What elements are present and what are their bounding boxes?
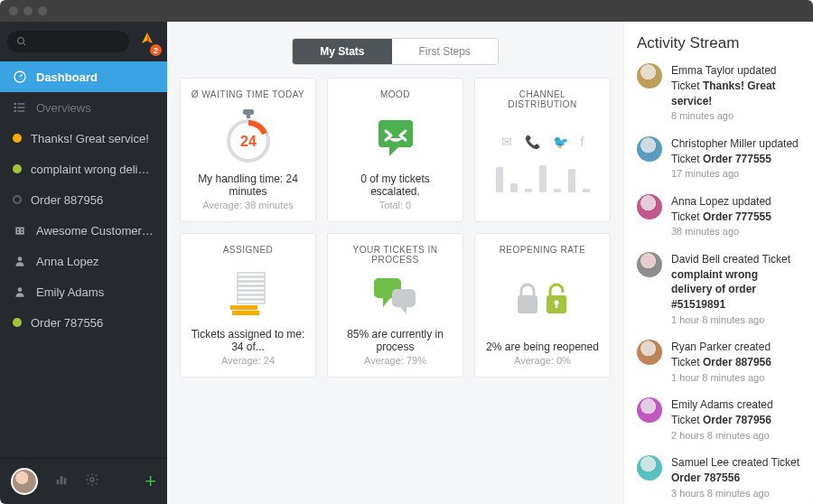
card-sub: Average: 24 [221,355,275,366]
bar [554,189,561,192]
tab-bar: My Stats First Steps [167,22,623,78]
card-assigned: ASSIGNED Tickets assigned to me: 34 of..… [180,233,316,378]
bar [568,169,575,192]
add-button[interactable]: + [145,470,156,493]
card-title: Ø WAITING TIME TODAY [192,89,305,99]
svg-rect-27 [238,277,265,281]
lock-icon [514,279,572,319]
svg-rect-36 [392,289,416,307]
bar [496,167,503,192]
traffic-light-min[interactable] [23,6,33,15]
mail-icon: ✉ [501,135,512,149]
sidebar-item-label: complaint wrong delivery of ord... [31,163,154,176]
sidebar-item-label: Thanks! Great service! [31,132,149,145]
activity-item[interactable]: Emily Adams created Ticket Order 7879562… [637,397,800,443]
main-content: My Stats First Steps Ø WAITING TIME TODA… [167,22,623,504]
search-input[interactable] [7,31,129,52]
stats-icon[interactable] [54,472,69,491]
nav-overviews[interactable]: Overviews [0,92,167,123]
sidebar-item[interactable]: Anna Lopez [0,246,167,276]
sidebar-item[interactable]: Emily Adams [0,276,167,307]
svg-rect-18 [64,478,67,484]
svg-text:24: 24 [240,134,257,149]
traffic-light-close[interactable] [9,6,18,15]
mood-icon [373,115,418,160]
traffic-light-max[interactable] [38,6,47,15]
card-title: MOOD [380,89,410,99]
svg-rect-25 [378,120,413,147]
sidebar-item[interactable]: Thanks! Great service! [0,123,167,154]
activity-item[interactable]: Christopher Miller updated Ticket Order … [637,136,800,182]
channel-bars [496,156,590,192]
activity-item[interactable]: Anna Lopez updated Ticket Order 77755538… [637,194,800,239]
activity-text: Samuel Lee created Ticket Order 787556 [671,455,800,486]
svg-rect-32 [238,300,265,303]
bar [539,165,547,192]
nav-dashboard[interactable]: Dashboard [0,61,167,92]
svg-rect-30 [238,291,265,294]
svg-rect-33 [230,305,257,310]
current-user-avatar[interactable] [11,468,38,495]
stopwatch-icon: 24 [221,109,276,165]
sidebar-item[interactable]: Order 787556 [0,307,167,338]
tab-my-stats[interactable]: My Stats [293,39,391,64]
sidebar-item-label: Order 887956 [31,193,103,207]
svg-rect-16 [57,480,60,484]
svg-point-7 [14,107,15,107]
svg-rect-11 [21,229,23,230]
card-waiting-time: Ø WAITING TIME TODAY 24 My handling time… [180,78,316,222]
activity-text: Anna Lopez updated Ticket Order 777555 [671,194,800,225]
activity-item[interactable]: David Bell created Ticket complaint wron… [637,252,800,328]
sidebar-item-label: Anna Lopez [36,255,98,268]
svg-point-0 [18,38,24,44]
card-title: YOUR TICKETS IN PROCESS [337,245,453,265]
activity-stream: Activity Stream Emma Taylor updated Tick… [623,22,813,504]
tab-first-steps[interactable]: First Steps [392,39,498,64]
card-sub: Average: 38 minutes [202,200,294,210]
nav-dashboard-label: Dashboard [36,70,98,84]
sidebar-item[interactable]: complaint wrong delivery of ord... [0,154,167,184]
gear-icon[interactable] [85,472,99,491]
notification-badge[interactable]: 2 [150,44,162,56]
svg-rect-34 [232,311,259,315]
activity-title: Activity Stream [637,34,800,52]
card-line: 85% are currently in process [337,328,453,353]
card-title: REOPENING RATE [500,245,586,255]
status-dot [13,134,22,143]
sidebar: 2 Dashboard Overviews Thanks! Great serv… [0,22,167,504]
app-logo[interactable]: 2 [135,29,160,54]
card-process: YOUR TICKETS IN PROCESS 85% are currentl… [327,233,463,378]
svg-rect-26 [238,273,265,276]
card-title: ASSIGNED [223,245,274,255]
phone-icon: 📞 [525,135,540,149]
list-icon [13,100,27,115]
svg-rect-21 [247,113,250,118]
activity-time: 1 hour 8 minutes ago [671,371,800,385]
nav-overviews-label: Overviews [36,101,91,115]
activity-item[interactable]: Ryan Parker created Ticket Order 8879561… [637,340,800,385]
sidebar-item[interactable]: Awesome Customer Inc. [0,215,167,246]
avatar [637,194,662,219]
svg-rect-31 [238,295,265,299]
card-line: 2% are being reopened [486,341,599,353]
activity-time: 1 hour 8 minutes ago [671,313,800,327]
svg-point-14 [18,257,23,261]
avatar [637,340,662,365]
card-line: My handling time: 24 minutes [190,173,306,198]
activity-time: 17 minutes ago [671,167,800,181]
activity-text: Emma Taylor updated Ticket Thanks! Great… [671,63,800,108]
activity-item[interactable]: Samuel Lee created Ticket Order 7875563 … [637,455,800,500]
svg-point-8 [14,110,15,111]
bar [510,183,518,192]
user-icon [13,254,27,268]
svg-rect-12 [17,231,19,233]
card-mood: MOOD 0 of my tickets escalated. Total: 0 [327,78,463,222]
svg-line-1 [23,43,26,46]
sidebar-item-label: Order 787556 [31,316,103,330]
avatar [637,63,662,89]
twitter-icon: 🐦 [553,135,568,149]
user-icon [13,285,27,299]
svg-point-15 [18,287,23,292]
sidebar-item[interactable]: Order 887956 [0,184,167,215]
activity-item[interactable]: Emma Taylor updated Ticket Thanks! Great… [637,63,800,124]
